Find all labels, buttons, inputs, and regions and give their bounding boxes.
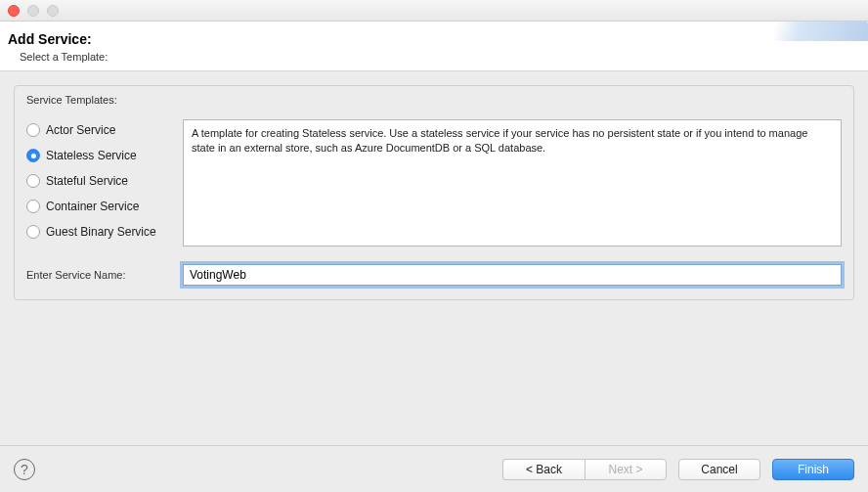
back-button[interactable]: < Back — [502, 459, 585, 480]
radio-actor-service[interactable]: Actor Service — [26, 123, 173, 137]
window-titlebar — [0, 0, 868, 22]
radio-label: Guest Binary Service — [46, 225, 156, 239]
template-radio-list: Actor Service Stateless Service Stateful… — [26, 119, 173, 239]
radio-icon — [26, 174, 40, 188]
finish-button[interactable]: Finish — [772, 459, 854, 480]
minimize-icon — [27, 5, 39, 17]
nav-button-pair: < Back Next > — [502, 459, 667, 480]
radio-label: Stateless Service — [46, 149, 137, 162]
header-decoration — [712, 22, 868, 41]
radio-container-service[interactable]: Container Service — [26, 200, 173, 213]
radio-label: Container Service — [46, 200, 139, 213]
next-button: Next > — [585, 459, 667, 480]
service-name-row: Enter Service Name: — [26, 264, 842, 286]
dialog-footer: ? < Back Next > Cancel Finish — [0, 445, 868, 492]
radio-stateful-service[interactable]: Stateful Service — [26, 174, 173, 188]
radio-icon — [26, 149, 40, 162]
close-icon[interactable] — [8, 5, 20, 17]
radio-guest-binary-service[interactable]: Guest Binary Service — [26, 225, 173, 239]
templates-row: Actor Service Stateless Service Stateful… — [26, 119, 842, 246]
maximize-icon — [47, 5, 59, 17]
help-icon: ? — [21, 462, 28, 477]
radio-icon — [26, 200, 40, 213]
service-name-input[interactable] — [183, 264, 842, 286]
service-templates-group: Service Templates: Actor Service Statele… — [14, 85, 854, 300]
service-name-label: Enter Service Name: — [26, 269, 173, 281]
radio-stateless-service[interactable]: Stateless Service — [26, 149, 173, 162]
template-description: A template for creating Stateless servic… — [183, 119, 842, 246]
dialog-subtitle: Select a Template: — [20, 51, 852, 63]
help-button[interactable]: ? — [14, 459, 35, 480]
group-label: Service Templates: — [26, 94, 842, 106]
radio-icon — [26, 225, 40, 239]
dialog-header: Add Service: Select a Template: — [0, 22, 868, 71]
radio-label: Stateful Service — [46, 174, 128, 188]
cancel-button[interactable]: Cancel — [678, 459, 760, 480]
dialog-content: Service Templates: Actor Service Statele… — [0, 71, 868, 314]
radio-label: Actor Service — [46, 123, 115, 137]
radio-icon — [26, 123, 40, 137]
